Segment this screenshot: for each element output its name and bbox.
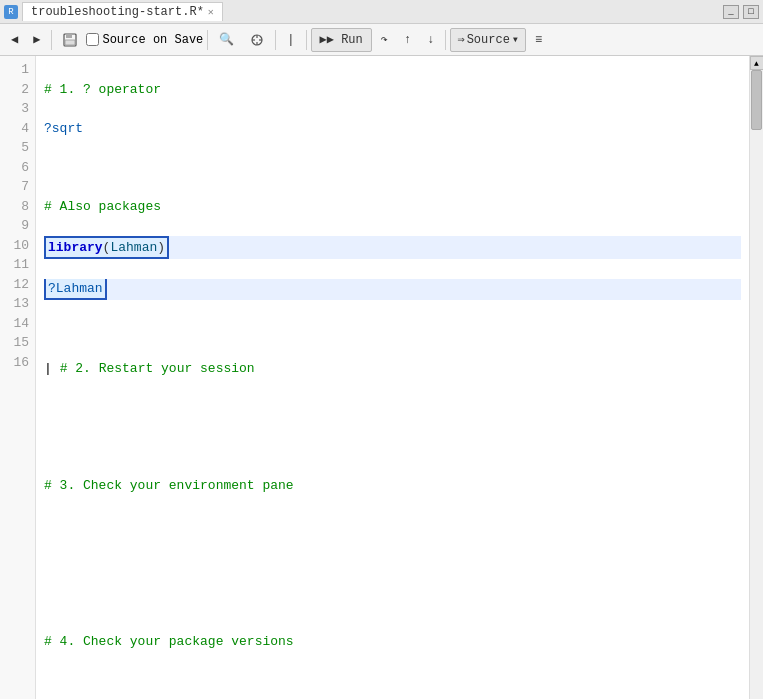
close-tab-icon[interactable]: ✕ [208, 6, 214, 18]
save-icon [63, 33, 77, 47]
step-button[interactable]: ↷ [374, 28, 395, 52]
code-line-14 [44, 593, 741, 613]
code-line-15: # 4. Check your package versions [44, 632, 741, 652]
line-num-12: 12 [6, 275, 29, 295]
code-line-6: ?Lahman [44, 279, 741, 301]
sep5 [445, 30, 446, 50]
run-label: ▶ Run [327, 32, 363, 47]
svg-rect-2 [65, 40, 75, 45]
code-line-3 [44, 158, 741, 178]
code-line-13 [44, 554, 741, 574]
back-button[interactable]: ◀ [4, 28, 25, 52]
code-line-8: | # 2. Restart your session [44, 359, 741, 379]
editor-panel: R troubleshooting-start.R* ✕ _ □ ◀ ▶ Sou… [0, 0, 763, 699]
up-button[interactable]: ↑ [397, 28, 418, 52]
run-button[interactable]: ▶ ▶ Run [311, 28, 372, 52]
editor-toolbar: ◀ ▶ Source on Save 🔍 | [0, 24, 763, 56]
forward-button[interactable]: ▶ [26, 28, 47, 52]
code-line-1: # 1. ? operator [44, 80, 741, 100]
sep2 [207, 30, 208, 50]
minimize-btn[interactable]: _ [723, 5, 739, 19]
line-num-11: 11 [6, 255, 29, 275]
menu-button[interactable]: ≡ [528, 28, 549, 52]
tools-button[interactable] [243, 28, 271, 52]
line-num-5: 5 [6, 138, 29, 158]
code-line-11: # 3. Check your environment pane [44, 476, 741, 496]
pipe-button[interactable]: | [280, 28, 301, 52]
run-arrow-icon: ▶ [320, 32, 327, 47]
line-num-15: 15 [6, 333, 29, 353]
sep4 [306, 30, 307, 50]
line-numbers: 1 2 3 4 5 6 7 8 9 10 11 12 13 14 15 16 [0, 56, 36, 699]
line-num-4: 4 [6, 119, 29, 139]
code-line-5: library(Lahman) [44, 236, 741, 260]
editor-scrollbar[interactable]: ▲ ▼ [749, 56, 763, 699]
file-icon: R [4, 5, 18, 19]
line-num-1: 1 [6, 60, 29, 80]
line-num-14: 14 [6, 314, 29, 334]
maximize-btn[interactable]: □ [743, 5, 759, 19]
source-label: Source [467, 33, 510, 47]
tools-icon [250, 33, 264, 47]
tab-filename: troubleshooting-start.R* [31, 5, 204, 19]
source-arrow-icon: ⇒ [457, 32, 464, 47]
editor-content: 1 2 3 4 5 6 7 8 9 10 11 12 13 14 15 16 #… [0, 56, 763, 699]
line-num-13: 13 [6, 294, 29, 314]
search-button[interactable]: 🔍 [212, 28, 241, 52]
code-line-9 [44, 398, 741, 418]
editor-tab[interactable]: troubleshooting-start.R* ✕ [22, 2, 223, 21]
line-num-10: 10 [6, 236, 29, 256]
scroll-thumb[interactable] [751, 70, 762, 130]
scroll-track[interactable] [750, 70, 763, 699]
nav-buttons: ◀ ▶ [4, 28, 47, 52]
scroll-up-arrow[interactable]: ▲ [750, 56, 764, 70]
down-button[interactable]: ↓ [420, 28, 441, 52]
line-num-9: 9 [6, 216, 29, 236]
editor-window-controls: _ □ [723, 5, 759, 19]
sep1 [51, 30, 52, 50]
code-line-12 [44, 515, 741, 535]
svg-rect-1 [66, 34, 72, 38]
save-button[interactable] [56, 28, 84, 52]
code-line-2: ?sqrt [44, 119, 741, 139]
source-dropdown-icon[interactable]: ▾ [512, 32, 519, 47]
line-num-8: 8 [6, 197, 29, 217]
editor-titlebar: R troubleshooting-start.R* ✕ _ □ [0, 0, 763, 24]
code-line-4: # Also packages [44, 197, 741, 217]
code-area[interactable]: # 1. ? operator ?sqrt # Also packages li… [36, 56, 749, 699]
line-num-16: 16 [6, 353, 29, 373]
source-button[interactable]: ⇒ Source ▾ [450, 28, 526, 52]
line-num-7: 7 [6, 177, 29, 197]
code-line-10 [44, 437, 741, 457]
source-on-save[interactable]: Source on Save [86, 33, 203, 47]
line-num-2: 2 [6, 80, 29, 100]
code-line-16 [44, 671, 741, 691]
line-num-3: 3 [6, 99, 29, 119]
sep3 [275, 30, 276, 50]
source-on-save-checkbox[interactable] [86, 33, 99, 46]
code-line-7 [44, 320, 741, 340]
source-on-save-label: Source on Save [102, 33, 203, 47]
line-num-6: 6 [6, 158, 29, 178]
